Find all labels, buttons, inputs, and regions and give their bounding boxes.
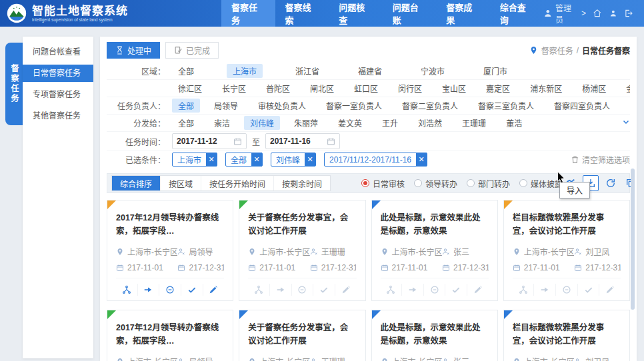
filter-option[interactable]: 审核处负责人: [252, 99, 312, 113]
filter-option[interactable]: 闵行区: [392, 81, 428, 95]
sidebar-item[interactable]: 日常督察任务: [23, 65, 93, 82]
task-card[interactable]: 此处是标题，示意效果此处是标题，示意效果 上海市-长宁区 张三 217-11-0…: [371, 310, 498, 361]
approve-icon[interactable]: [445, 284, 467, 296]
scrollbar[interactable]: [631, 169, 635, 310]
date-to-input[interactable]: 2017-11-16: [265, 133, 340, 149]
filter-option[interactable]: 董浩: [500, 116, 528, 130]
approve-icon[interactable]: [313, 284, 335, 296]
approve-icon[interactable]: [181, 284, 203, 296]
approve-icon[interactable]: [577, 284, 599, 296]
filter-option[interactable]: 督察三室负责人: [472, 99, 540, 113]
sidebar-item[interactable]: 其他督察任务: [23, 107, 93, 125]
forward-icon[interactable]: [269, 284, 291, 296]
filter-option[interactable]: 虹口区: [348, 81, 384, 95]
sort-tab[interactable]: 按剩余时间: [274, 176, 330, 190]
filter-option[interactable]: 闸北区: [304, 81, 340, 95]
nav-item[interactable]: 问题台账: [383, 0, 437, 27]
date-from-input[interactable]: 2017-11-12: [172, 133, 247, 149]
radio-option[interactable]: 日常审核: [361, 178, 405, 189]
distribute-icon[interactable]: [381, 284, 402, 296]
sidebar-item[interactable]: 专项督察任务: [23, 86, 93, 103]
edit-icon[interactable]: [599, 284, 621, 296]
task-card[interactable]: 2017年12月领导转办督察线索，拓展字段… 上海市-长宁区 局领导 217-1…: [107, 310, 233, 361]
task-card[interactable]: 2017年12月领导转办督察线索，拓展字段… 上海市-长宁区 局领导 217-1…: [107, 200, 233, 301]
nav-item[interactable]: 督察任务: [221, 0, 275, 27]
clear-filters-button[interactable]: 清空筛选选项: [571, 154, 630, 165]
task-card[interactable]: 栏目标题微软雅黑分发事宜，会议讨论工作开展 上海市-长宁区 刘卫凤 217-11…: [503, 310, 630, 361]
edit-icon[interactable]: [335, 284, 357, 296]
forward-icon[interactable]: [401, 284, 423, 296]
filter-option[interactable]: 宝山区: [436, 81, 472, 95]
sidebar-group-tab[interactable]: 督察任务: [5, 43, 23, 125]
forward-icon[interactable]: [533, 284, 555, 296]
tab-processing[interactable]: 处理中: [107, 42, 160, 59]
filter-option[interactable]: 督察一室负责人: [320, 99, 388, 113]
filter-option[interactable]: 全部: [172, 116, 200, 130]
remove-tag-icon[interactable]: ✕: [416, 153, 427, 167]
refresh-icon[interactable]: [603, 175, 619, 191]
nav-item[interactable]: 督察线索: [275, 0, 329, 27]
nav-item[interactable]: 问题核查: [329, 0, 383, 27]
forward-icon[interactable]: [137, 284, 159, 296]
sort-tab[interactable]: 综合排序: [112, 176, 161, 190]
remove-icon[interactable]: [159, 284, 181, 296]
radio-option[interactable]: 领导转办: [414, 178, 457, 189]
edit-icon[interactable]: [467, 284, 489, 296]
filter-option[interactable]: 局领导: [208, 99, 244, 113]
sort-tab[interactable]: 按任务开始时间: [201, 176, 274, 190]
distribute-icon[interactable]: [248, 284, 269, 296]
filter-option[interactable]: 刘伟峰: [244, 116, 280, 130]
filter-option[interactable]: 崇洁: [208, 116, 236, 130]
filter-option[interactable]: 督察五室负责人: [624, 99, 630, 113]
filter-option[interactable]: 浙江省: [289, 64, 325, 78]
remove-tag-icon[interactable]: ✕: [251, 153, 262, 167]
filter-option[interactable]: 浦东新区: [524, 81, 568, 95]
nav-item[interactable]: 综合查询: [490, 0, 544, 27]
filter-option[interactable]: 王珊珊: [456, 116, 492, 130]
remove-icon[interactable]: [555, 284, 577, 296]
profile-icon[interactable]: [609, 9, 618, 18]
radio-option[interactable]: 部门转办: [467, 178, 510, 189]
filter-option[interactable]: 刘浩然: [412, 116, 448, 130]
task-card[interactable]: 关于督察任务分发事宜，会议讨论工作开展 上海市-长宁区 王珊珊 217-11-0…: [239, 310, 365, 361]
location-pin-icon: [513, 358, 521, 361]
chevron-down-icon[interactable]: [622, 118, 630, 128]
task-card[interactable]: 此处是标题，示意效果此处是标题，示意效果 上海市-长宁区 张三 217-11-0…: [371, 200, 498, 301]
filter-option[interactable]: 朱丽萍: [288, 116, 324, 130]
remove-tag-icon[interactable]: ✕: [305, 153, 315, 167]
filter-option[interactable]: 全部: [172, 99, 200, 113]
filter-option[interactable]: 杨浦区: [576, 81, 612, 95]
sort-tab[interactable]: 按区域: [161, 176, 201, 190]
user-menu[interactable]: 管理员>: [543, 2, 586, 25]
filter-option[interactable]: 金山区: [620, 81, 630, 95]
distribute-icon[interactable]: [116, 284, 137, 296]
remove-tag-icon[interactable]: ✕: [206, 153, 217, 167]
home-icon[interactable]: [593, 9, 602, 18]
sidebar-item[interactable]: 问题台帐查看: [23, 43, 93, 61]
filter-option[interactable]: 全部: [172, 64, 200, 78]
filter-option[interactable]: 上海市: [227, 64, 263, 78]
filter-option[interactable]: 徐汇区: [172, 81, 208, 95]
filter-option[interactable]: 福建省: [352, 64, 388, 78]
filter-option[interactable]: 督察四室负责人: [548, 99, 616, 113]
tab-completed[interactable]: 已完成: [165, 42, 219, 59]
task-card[interactable]: 栏目标题微软雅黑分发事宜，会议讨论工作开展 上海市-长宁区 刘卫凤 217-11…: [503, 200, 630, 301]
breadcrumb-root[interactable]: 督察任务: [541, 45, 573, 56]
trash-icon: [571, 155, 579, 164]
calendar-icon: [513, 264, 521, 272]
task-card[interactable]: 关于督察任务分发事宜，会议讨论工作开展 上海市-长宁区 王珊珊 217-11-0…: [239, 200, 365, 301]
filter-option[interactable]: 王升: [376, 116, 404, 130]
edit-icon[interactable]: [203, 284, 225, 296]
logout-icon[interactable]: [624, 9, 633, 18]
distribute-icon[interactable]: [513, 284, 534, 296]
remove-icon[interactable]: [423, 284, 445, 296]
filter-option[interactable]: 长宁区: [216, 81, 252, 95]
filter-option[interactable]: 普陀区: [260, 81, 296, 95]
filter-option[interactable]: 督察二室负责人: [396, 99, 464, 113]
filter-option[interactable]: 嘉定区: [480, 81, 516, 95]
filter-option[interactable]: 姜文英: [332, 116, 368, 130]
remove-icon[interactable]: [291, 284, 313, 296]
filter-option[interactable]: 厦门市: [477, 64, 513, 78]
nav-item[interactable]: 督察成果: [436, 0, 490, 27]
filter-option[interactable]: 宁波市: [415, 64, 451, 78]
